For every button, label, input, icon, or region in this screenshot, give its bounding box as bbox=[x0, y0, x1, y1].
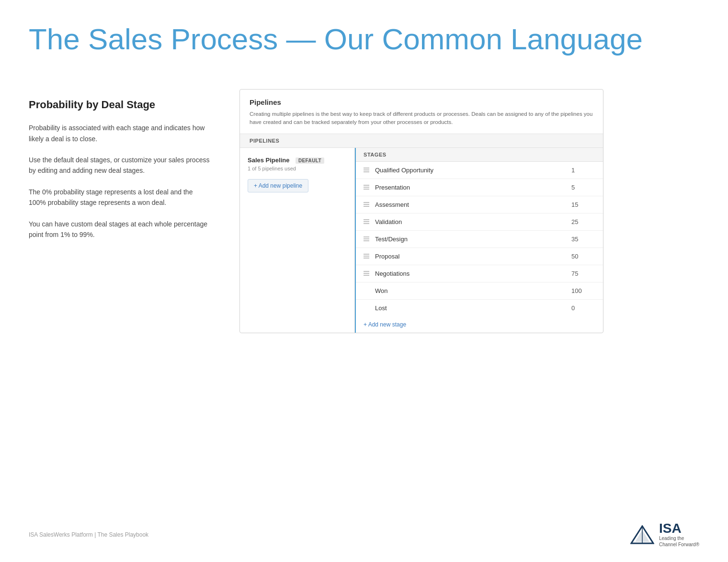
stages-list: Qualified Opportunity1Presentation5Asses… bbox=[356, 162, 603, 316]
footer-text: ISA SalesWerks Platform | The Sales Play… bbox=[29, 531, 148, 538]
stage-probability: 15 bbox=[571, 201, 595, 208]
stage-row[interactable]: Assessment15 bbox=[356, 196, 603, 214]
section-title: Probability by Deal Stage bbox=[29, 99, 211, 111]
paragraph-1: Probability is associated with each stag… bbox=[29, 123, 211, 144]
isa-tagline: Leading theChannel Forward® bbox=[659, 535, 699, 548]
pipelines-body: Sales Pipeline DEFAULT 1 of 5 pipelines … bbox=[240, 148, 603, 333]
drag-handle-icon bbox=[364, 201, 370, 208]
title-part2: Our Common Language bbox=[324, 22, 643, 56]
stage-row[interactable]: Presentation5 bbox=[356, 179, 603, 196]
pipelines-panel: Pipelines Creating multiple pipelines is… bbox=[239, 89, 603, 333]
stage-row[interactable]: Lost0 bbox=[356, 300, 603, 316]
title-part1: The Sales Process bbox=[29, 22, 278, 56]
drag-handle-icon bbox=[364, 167, 370, 173]
page-header: The Sales Process — Our Common Language bbox=[0, 0, 728, 70]
pipeline-name: Sales Pipeline bbox=[248, 157, 289, 164]
stage-name: Validation bbox=[375, 218, 571, 225]
panel-header: Pipelines Creating multiple pipelines is… bbox=[240, 90, 603, 134]
main-content: Probability by Deal Stage Probability is… bbox=[0, 70, 728, 362]
stage-probability: 0 bbox=[571, 304, 595, 312]
drag-handle-icon bbox=[364, 270, 370, 277]
stage-row[interactable]: Test/Design35 bbox=[356, 231, 603, 248]
drag-handle-icon bbox=[364, 218, 370, 225]
paragraph-2: Use the default deal stages, or customiz… bbox=[29, 155, 211, 176]
pipeline-list: Sales Pipeline DEFAULT 1 of 5 pipelines … bbox=[240, 148, 355, 333]
stage-name: Lost bbox=[375, 304, 571, 312]
title-dash: — bbox=[278, 22, 324, 56]
pipeline-item-sales[interactable]: Sales Pipeline DEFAULT 1 of 5 pipelines … bbox=[248, 156, 347, 171]
stage-name: Negotiations bbox=[375, 270, 571, 277]
isa-brand: ISA bbox=[659, 522, 682, 535]
stage-name: Assessment bbox=[375, 201, 571, 208]
stage-probability: 35 bbox=[571, 236, 595, 243]
page-footer: ISA SalesWerks Platform | The Sales Play… bbox=[29, 522, 699, 548]
paragraph-3: The 0% probability stage represents a lo… bbox=[29, 187, 211, 208]
stages-label: STAGES bbox=[356, 148, 603, 162]
stages-panel: STAGES Qualified Opportunity1Presentatio… bbox=[355, 148, 603, 333]
pipeline-badge: DEFAULT bbox=[296, 157, 324, 164]
stage-probability: 50 bbox=[571, 253, 595, 260]
stage-name: Won bbox=[375, 287, 571, 294]
stage-probability: 100 bbox=[571, 287, 595, 294]
stage-name: Test/Design bbox=[375, 236, 571, 243]
stage-row[interactable]: Qualified Opportunity1 bbox=[356, 162, 603, 179]
drag-handle-icon bbox=[364, 184, 370, 191]
add-pipeline-button[interactable]: + Add new pipeline bbox=[248, 179, 308, 192]
stage-row[interactable]: Proposal50 bbox=[356, 248, 603, 265]
stage-row[interactable]: Won100 bbox=[356, 282, 603, 300]
drag-handle-icon bbox=[364, 253, 370, 259]
stage-row[interactable]: Validation25 bbox=[356, 214, 603, 231]
right-column: Pipelines Creating multiple pipelines is… bbox=[239, 89, 603, 333]
stage-name: Qualified Opportunity bbox=[375, 167, 571, 174]
stage-probability: 75 bbox=[571, 270, 595, 277]
panel-title: Pipelines bbox=[250, 98, 593, 106]
stage-name: Presentation bbox=[375, 184, 571, 191]
panel-description: Creating multiple pipelines is the best … bbox=[250, 110, 593, 127]
paragraph-4: You can have custom deal stages at each … bbox=[29, 219, 211, 240]
stage-row[interactable]: Negotiations75 bbox=[356, 265, 603, 282]
footer-logo: ISA Leading theChannel Forward® bbox=[630, 522, 699, 548]
stage-probability: 1 bbox=[571, 167, 595, 174]
page-title: The Sales Process — Our Common Language bbox=[29, 23, 699, 56]
add-stage-button[interactable]: + Add new stage bbox=[356, 316, 414, 333]
drag-handle-icon bbox=[364, 236, 370, 242]
pipeline-sub: 1 of 5 pipelines used bbox=[248, 166, 347, 171]
stage-probability: 25 bbox=[571, 218, 595, 225]
isa-logo-icon bbox=[630, 525, 654, 544]
left-column: Probability by Deal Stage Probability is… bbox=[29, 89, 211, 333]
pipelines-section-label: PIPELINES bbox=[240, 134, 603, 148]
isa-logo-text: ISA Leading theChannel Forward® bbox=[659, 522, 699, 548]
stage-probability: 5 bbox=[571, 184, 595, 191]
stage-name: Proposal bbox=[375, 253, 571, 260]
